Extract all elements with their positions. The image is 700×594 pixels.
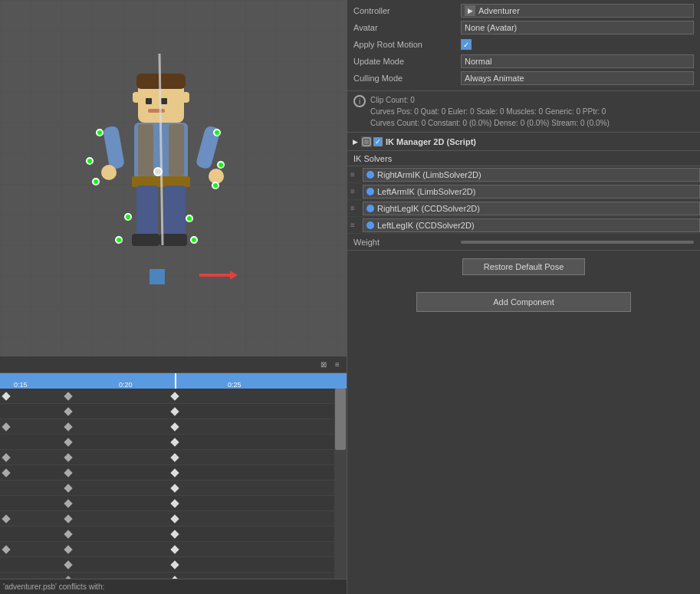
ik-solver-value-3[interactable]: LeftLegIK (CCDSolver2D) — [363, 218, 700, 232]
keyframe[interactable] — [170, 514, 179, 523]
keyframe[interactable] — [170, 560, 179, 569]
keyframe[interactable] — [64, 484, 72, 492]
scene-area[interactable] — [0, 0, 347, 356]
timeline-row — [0, 527, 334, 542]
ik-solvers-label: IK Solvers — [353, 154, 392, 163]
culling-mode-value[interactable]: Always Animate — [461, 71, 694, 85]
keyframe[interactable] — [64, 422, 72, 431]
ik-solver-row-0: ≡ RightArmIK (LimbSolver2D) — [347, 166, 700, 183]
ik-enable-dot-3[interactable] — [366, 222, 374, 229]
ik-joint-left-foot[interactable] — [115, 236, 123, 244]
timeline-scrollbar[interactable] — [334, 389, 347, 585]
timeline-row — [0, 404, 334, 419]
keyframe[interactable] — [64, 514, 72, 523]
keyframe[interactable] — [170, 438, 179, 446]
ik-joint-center[interactable] — [153, 167, 163, 176]
ik-manager-enabled-checkbox[interactable]: ✓ — [373, 137, 383, 146]
keyframe[interactable] — [64, 560, 72, 569]
ik-joint-right-elbow[interactable] — [217, 161, 225, 169]
ruler-mark-20: 0:20 — [119, 381, 133, 389]
right-panel: Controller ▶ Adventurer Avatar None (Ava… — [347, 0, 700, 594]
avatar-value[interactable]: None (Avatar) — [461, 21, 694, 34]
drag-handle-icon-2[interactable]: ≡ — [350, 204, 360, 212]
ik-joint-right-foot[interactable] — [190, 236, 198, 244]
keyframe[interactable] — [170, 530, 179, 538]
ik-solver-value-2[interactable]: RightLegIK (CCDSolver2D) — [363, 202, 700, 215]
svg-rect-13 — [103, 126, 125, 170]
culling-mode-row: Culling Mode Always Animate — [353, 71, 694, 86]
keyframe[interactable] — [64, 407, 72, 415]
keyframe[interactable] — [170, 468, 179, 477]
timeline-header[interactable]: 0:15 0:20 0:25 — [0, 373, 347, 389]
ik-manager-icon — [361, 136, 372, 147]
apply-root-motion-row: Apply Root Motion ✓ — [353, 37, 694, 52]
ik-joint-left-elbow[interactable] — [86, 157, 94, 165]
keyframe[interactable] — [170, 499, 179, 507]
section-icons: ✓ — [361, 136, 383, 147]
keyframe[interactable] — [170, 545, 179, 553]
svg-rect-6 — [133, 92, 140, 103]
add-component-container: Add Component — [347, 283, 700, 321]
ik-joint-right-shoulder[interactable] — [213, 129, 221, 136]
keyframe[interactable] — [64, 438, 72, 446]
keyframe[interactable] — [64, 499, 72, 507]
ik-joint-right-knee[interactable] — [186, 215, 193, 222]
ik-joint-left-knee[interactable] — [124, 213, 132, 221]
lock-icon[interactable]: ⊠ — [317, 359, 330, 371]
controller-value[interactable]: ▶ Adventurer — [461, 4, 694, 18]
drag-handle-icon-3[interactable]: ≡ — [350, 221, 360, 229]
restore-default-pose-button[interactable]: Restore Default Pose — [462, 258, 585, 275]
timeline-row — [0, 435, 334, 450]
drag-handle-icon-0[interactable]: ≡ — [350, 170, 360, 179]
add-component-button[interactable]: Add Component — [416, 292, 631, 312]
menu-icon[interactable]: ≡ — [331, 359, 343, 371]
ik-joint-left-hand[interactable] — [92, 178, 100, 185]
svg-rect-3 — [146, 98, 152, 104]
keyframe[interactable] — [170, 484, 179, 492]
update-mode-row: Update Mode Normal — [353, 54, 694, 69]
keyframe[interactable] — [170, 453, 179, 461]
timeline-playhead[interactable] — [175, 373, 176, 389]
svg-rect-4 — [161, 98, 167, 104]
keyframe[interactable] — [2, 545, 10, 553]
timeline-row — [0, 511, 334, 527]
keyframe[interactable] — [2, 422, 10, 431]
ik-joint-left-shoulder[interactable] — [96, 129, 104, 136]
ik-solver-value-1[interactable]: LeftArmIK (LimbSolver2D) — [363, 185, 700, 199]
timeline-content[interactable] — [0, 389, 347, 585]
ik-solver-row-3: ≡ LeftLegIK (CCDSolver2D) — [347, 217, 700, 234]
section-collapse-arrow[interactable]: ▶ — [350, 137, 360, 146]
keyframe[interactable] — [2, 392, 10, 400]
keyframe[interactable] — [64, 545, 72, 553]
update-mode-value[interactable]: Normal — [461, 54, 694, 68]
keyframe[interactable] — [170, 422, 179, 431]
keyframe[interactable] — [64, 453, 72, 461]
keyframe[interactable] — [64, 468, 72, 477]
keyframe[interactable] — [2, 453, 10, 461]
timeline-row — [0, 557, 334, 573]
svg-rect-10 — [164, 185, 186, 239]
keyframe[interactable] — [2, 468, 10, 477]
ik-enable-dot-0[interactable] — [366, 171, 374, 179]
keyframe[interactable] — [170, 392, 179, 400]
drag-handle-icon-1[interactable]: ≡ — [350, 187, 360, 195]
weight-slider[interactable] — [461, 241, 694, 244]
svg-rect-5 — [148, 109, 165, 113]
keyframe[interactable] — [64, 530, 72, 538]
status-text: 'adventurer.psb' conflicts with: — [3, 583, 104, 591]
keyframe[interactable] — [64, 392, 72, 400]
update-mode-label: Update Mode — [353, 57, 461, 66]
ik-manager-section-header[interactable]: ▶ ✓ IK Manager 2D (Script) — [347, 133, 700, 151]
keyframe[interactable] — [2, 514, 10, 523]
timeline-scroll-thumb[interactable] — [335, 389, 346, 450]
timeline-row — [0, 389, 334, 404]
ik-enable-dot-1[interactable] — [366, 188, 374, 195]
bottom-status: 'adventurer.psb' conflicts with: — [0, 579, 347, 594]
ik-solver-row-2: ≡ RightLegIK (CCDSolver2D) — [347, 200, 700, 217]
keyframe[interactable] — [170, 407, 179, 415]
apply-root-motion-checkbox[interactable]: ✓ — [461, 39, 472, 50]
ik-joint-right-hand[interactable] — [212, 182, 219, 189]
timeline-rows — [0, 389, 334, 585]
ik-solver-value-0[interactable]: RightArmIK (LimbSolver2D) — [363, 168, 700, 182]
ik-enable-dot-2[interactable] — [366, 205, 374, 212]
